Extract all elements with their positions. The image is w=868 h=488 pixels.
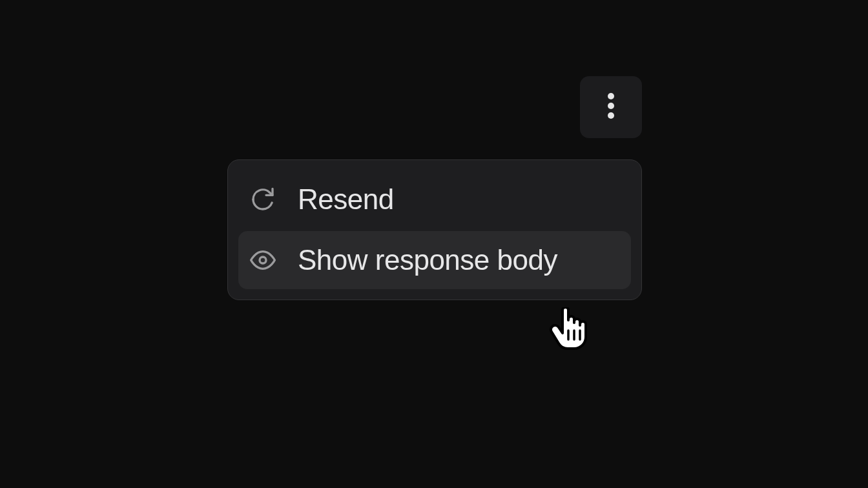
cursor-hand-icon — [548, 307, 588, 350]
eye-icon — [250, 247, 276, 273]
menu-item-label: Resend — [298, 183, 394, 216]
menu-item-resend[interactable]: Resend — [238, 170, 631, 229]
more-vertical-icon — [607, 92, 615, 122]
svg-point-1 — [608, 103, 614, 109]
more-options-button[interactable] — [580, 76, 642, 138]
svg-point-3 — [260, 257, 266, 263]
refresh-icon — [250, 187, 276, 212]
svg-point-0 — [608, 93, 614, 99]
dropdown-menu: Resend Show response body — [227, 159, 642, 300]
menu-item-label: Show response body — [298, 244, 557, 276]
svg-point-2 — [608, 112, 614, 119]
menu-item-show-response-body[interactable]: Show response body — [238, 231, 631, 289]
